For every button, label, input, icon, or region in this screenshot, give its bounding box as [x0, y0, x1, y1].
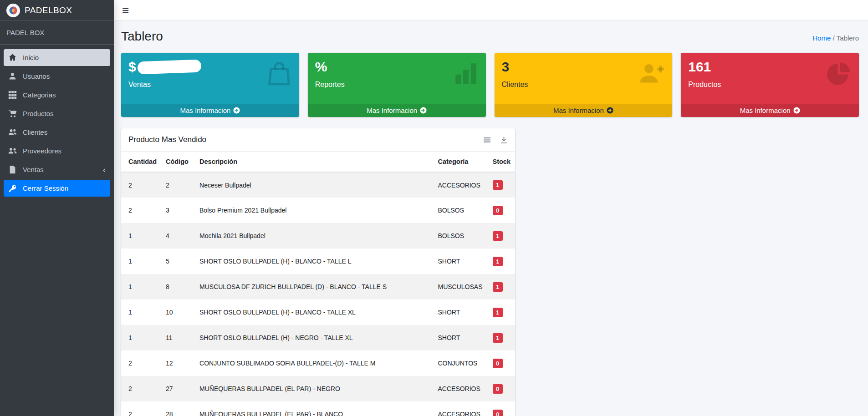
sidebar-item[interactable]: Clientes: [4, 124, 110, 141]
sidebar-item-label: Cerrar Sessión: [23, 184, 68, 192]
cart-icon: [8, 109, 17, 118]
table-row: 1 5 SHORT OSLO BULLPADEL (H) - BLANCO - …: [121, 249, 515, 274]
sidebar-item-label: Proveedores: [23, 147, 61, 155]
cell-cantidad: 2: [121, 198, 161, 223]
table-row: 2 12 CONJUNTO SUBLIMADO SOFIA BULLPADEL-…: [121, 350, 515, 376]
cell-stock: 1: [488, 172, 516, 198]
cell-stock: 0: [488, 376, 516, 401]
cell-stock: 1: [488, 299, 516, 325]
sidebar-item[interactable]: Ventas: [4, 161, 110, 178]
cell-stock: 1: [488, 274, 516, 299]
column-header-stock: Stock: [488, 152, 516, 172]
cell-categoria: MUSCULOSAS: [434, 274, 488, 299]
cell-stock: 1: [488, 249, 516, 274]
cell-descripcion: MUSCULOSA DF ZURICH BULLPADEL (D) - BLAN…: [195, 274, 433, 299]
cell-codigo: 4: [161, 223, 195, 249]
cell-descripcion: CONJUNTO SUBLIMADO SOFIA BULLPADEL-(D) -…: [195, 350, 433, 376]
cell-descripcion: Mochila 2021 Bullpadel: [195, 223, 433, 249]
info-box: 3 Clientes Mas Informacion: [495, 53, 673, 117]
chart-pie-icon: [826, 61, 852, 86]
cell-stock: 0: [488, 401, 516, 416]
main-area: Tablero HomeTablero $ Ventas: [114, 0, 868, 416]
column-header-descripcion: Descripción: [195, 152, 433, 172]
chart-bars-icon: [453, 61, 479, 86]
stock-badge: 0: [493, 384, 503, 394]
table-row: 2 3 Bolso Premium 2021 Bullpadel BOLSOS …: [121, 198, 515, 223]
cell-categoria: ACCESORIOS: [434, 172, 488, 198]
table-row: 1 4 Mochila 2021 Bullpadel BOLSOS 1: [121, 223, 515, 249]
cell-categoria: SHORT: [434, 325, 488, 350]
sidebar: PADELBOX PADEL BOX Inicio Usuarios: [0, 0, 114, 416]
sidebar-item-label: Inicio: [23, 54, 39, 61]
cell-codigo: 28: [161, 401, 195, 416]
download-icon[interactable]: [500, 136, 508, 144]
breadcrumb-separator: [831, 34, 837, 42]
breadcrumb-home-link[interactable]: Home: [812, 34, 831, 42]
sidebar-item[interactable]: Cerrar Sessión: [4, 180, 110, 197]
sidebar-item[interactable]: Inicio: [4, 49, 110, 66]
arrow-circle-right-icon: [233, 107, 240, 114]
hamburger-icon[interactable]: [122, 5, 129, 16]
info-boxes: $ Ventas Mas Informacion: [121, 53, 859, 117]
cell-cantidad: 2: [121, 172, 161, 198]
info-box: % Reportes Mas Informacion: [308, 53, 486, 117]
user-icon: [8, 72, 17, 81]
sidebar-item[interactable]: Proveedores: [4, 142, 110, 159]
best-sellers-table: Cantidad Código Descripción Categoría St…: [121, 152, 515, 416]
users-icon: [8, 128, 17, 137]
card-header: Producto Mas Vendido: [121, 128, 515, 152]
breadcrumb: HomeTablero: [812, 34, 859, 44]
cell-descripcion: Neceser Bullpadel: [195, 172, 433, 198]
stock-badge: 0: [493, 359, 503, 368]
cell-cantidad: 1: [121, 325, 161, 350]
cell-codigo: 11: [161, 325, 195, 350]
cell-categoria: SHORT: [434, 299, 488, 325]
cell-cantidad: 1: [121, 249, 161, 274]
stock-badge: 0: [493, 410, 503, 416]
cell-descripcion: Bolso Premium 2021 Bullpadel: [195, 198, 433, 223]
sidebar-nav: Inicio Usuarios Categorias Pr: [0, 45, 114, 201]
stock-badge: 1: [493, 180, 503, 190]
cell-categoria: BOLSOS: [434, 198, 488, 223]
cell-descripcion: SHORT OSLO BULLPADEL (H) - NEGRO - TALLE…: [195, 325, 433, 350]
home-icon: [8, 53, 17, 62]
chevron-left-icon: [103, 166, 106, 173]
cell-cantidad: 1: [121, 274, 161, 299]
more-info-link[interactable]: Mas Informacion: [495, 104, 673, 117]
more-info-link[interactable]: Mas Informacion: [121, 104, 299, 117]
card-title: Producto Mas Vendido: [128, 135, 206, 144]
cell-stock: 1: [488, 223, 516, 249]
sidebar-item[interactable]: Categorias: [4, 86, 110, 103]
cell-stock: 1: [488, 325, 516, 350]
user-plus-icon: [639, 61, 665, 86]
info-box: $ Ventas Mas Informacion: [121, 53, 299, 117]
cell-descripcion: SHORT OSLO BULLPADEL (H) - BLANCO - TALL…: [195, 249, 433, 274]
cell-codigo: 2: [161, 172, 195, 198]
card-tools: [483, 136, 508, 144]
list-icon[interactable]: [483, 136, 491, 144]
cell-stock: 0: [488, 198, 516, 223]
brand-link[interactable]: PADELBOX: [0, 0, 114, 21]
cell-categoria: CONJUNTOS: [434, 350, 488, 376]
arrow-circle-right-icon: [607, 107, 613, 114]
grid-icon: [8, 91, 17, 99]
sidebar-item[interactable]: Usuarios: [4, 68, 110, 85]
app: PADELBOX PADEL BOX Inicio Usuarios: [0, 0, 868, 416]
user-panel: PADEL BOX: [0, 21, 114, 45]
stock-badge: 1: [493, 333, 503, 343]
file-icon: [8, 165, 17, 174]
cell-stock: 0: [488, 350, 516, 376]
cell-codigo: 5: [161, 249, 195, 274]
cell-cantidad: 2: [121, 376, 161, 401]
column-header-cantidad: Cantidad: [121, 152, 161, 172]
stock-badge: 1: [493, 257, 503, 266]
key-icon: [8, 184, 17, 193]
sidebar-item[interactable]: Productos: [4, 105, 110, 122]
table-row: 2 28 MUÑEQUERAS BULLPADEL (EL PAR) - BLA…: [121, 401, 515, 416]
cell-codigo: 12: [161, 350, 195, 376]
cell-categoria: ACCESORIOS: [434, 401, 488, 416]
more-info-link[interactable]: Mas Informacion: [681, 104, 859, 117]
page-title: Tablero: [121, 29, 163, 44]
more-info-link[interactable]: Mas Informacion: [308, 104, 486, 117]
stock-badge: 1: [493, 282, 503, 292]
